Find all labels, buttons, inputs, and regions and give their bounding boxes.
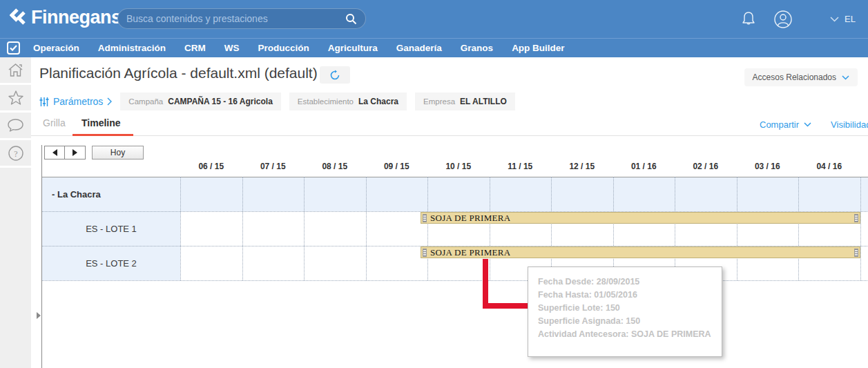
tooltip-line: Fecha Hasta: 01/05/2016 xyxy=(538,289,712,302)
compartir-link[interactable]: Compartir xyxy=(760,119,811,130)
refresh-icon xyxy=(329,70,340,81)
tab-timeline[interactable]: Timeline xyxy=(81,117,121,128)
left-sidebar: ? xyxy=(0,57,31,368)
chevron-down-icon xyxy=(842,75,849,80)
month-label: 10 / 15 xyxy=(427,162,490,171)
month-header: 06 / 15 07 / 15 08 / 15 09 / 15 10 / 15 … xyxy=(180,162,860,171)
timeline-next-button[interactable] xyxy=(65,146,86,159)
view-tabs: Grilla Timeline Compartir Visibilidad xyxy=(31,115,868,136)
month-label: 09 / 15 xyxy=(366,162,428,171)
related-access-dropdown[interactable]: Accesos Relacionados xyxy=(744,68,858,86)
menu-item-produccion[interactable]: Producción xyxy=(252,43,316,53)
sidebar-item-help[interactable]: ? xyxy=(0,140,31,168)
month-label: 06 / 15 xyxy=(180,162,242,171)
gantt-bar-lote-1[interactable]: SOJA DE PRIMERA xyxy=(421,212,860,224)
menu-checkbox-icon[interactable] xyxy=(7,41,20,55)
param-label: Campaña xyxy=(128,97,163,106)
user-account-icon[interactable] xyxy=(773,10,793,29)
search-icon[interactable] xyxy=(345,13,357,25)
param-chip-establecimiento[interactable]: Establecimiento La Chacra xyxy=(289,93,407,110)
param-value: EL ALTILLO xyxy=(460,97,507,106)
parameters-label: Parámetros xyxy=(53,96,103,107)
bar-resize-handle-right[interactable] xyxy=(854,214,858,222)
column-divider xyxy=(366,177,367,280)
timeline-prev-button[interactable] xyxy=(44,146,65,159)
chevron-down-icon xyxy=(830,17,839,22)
chevron-down-icon xyxy=(804,122,811,127)
gantt-timeline: Hoy 06 / 15 07 / 15 08 / 15 09 / 15 10 /… xyxy=(41,145,868,368)
bar-resize-handle-left[interactable] xyxy=(423,214,427,222)
menu-item-agricultura[interactable]: Agricultura xyxy=(322,43,384,53)
current-company-label: EL xyxy=(845,14,856,24)
param-label: Establecimiento xyxy=(298,97,354,106)
bar-resize-handle-left[interactable] xyxy=(423,249,427,257)
month-label: 11 / 15 xyxy=(490,162,552,171)
current-company-selector[interactable]: EL xyxy=(830,14,856,24)
menu-item-ws[interactable]: WS xyxy=(218,43,246,53)
menu-item-ganaderia[interactable]: Ganadería xyxy=(390,43,448,53)
column-divider xyxy=(180,177,181,280)
page-title: Planificación Agrícola - default.xml (de… xyxy=(39,65,318,81)
activity-label: SOJA DE PRIMERA xyxy=(428,213,510,224)
group-collapse-label[interactable]: - La Chacra xyxy=(52,189,101,200)
home-icon xyxy=(8,63,23,78)
month-label: 04 / 16 xyxy=(798,162,860,171)
tooltip-line: Superficie Asignada: 150 xyxy=(538,315,712,328)
month-label: 07 / 15 xyxy=(242,162,305,171)
column-divider xyxy=(304,177,305,280)
sidebar-item-home[interactable] xyxy=(0,57,31,85)
column-divider xyxy=(613,177,614,280)
sidebar-item-favorites[interactable] xyxy=(0,85,31,113)
menu-item-crm[interactable]: CRM xyxy=(178,43,212,53)
arrow-left-icon xyxy=(52,149,57,156)
visibilidad-link[interactable]: Visibilidad xyxy=(831,119,868,130)
month-label: 02 / 16 xyxy=(675,162,737,171)
bar-resize-handle-right[interactable] xyxy=(854,249,858,257)
logo-text: Finnegans xyxy=(31,7,122,28)
tooltip-connector-horizontal xyxy=(483,303,528,309)
column-divider xyxy=(798,177,799,280)
tooltip-line: Fecha Desde: 28/09/2015 xyxy=(538,275,712,289)
search-input[interactable] xyxy=(126,13,345,24)
column-divider xyxy=(427,177,428,280)
refresh-button[interactable] xyxy=(320,66,350,84)
row-label-lote-2: ES - LOTE 2 xyxy=(42,246,180,280)
panel-collapse-handle[interactable] xyxy=(37,312,41,319)
param-label: Empresa xyxy=(423,97,455,106)
svg-text:?: ? xyxy=(14,148,17,158)
parameters-row: Parámetros Campaña CAMPAÑA 15 - 16 Agric… xyxy=(39,93,515,110)
parameters-toggle[interactable]: Parámetros xyxy=(39,96,112,107)
main-content: Planificación Agrícola - default.xml (de… xyxy=(31,57,868,368)
month-label: 03 / 16 xyxy=(737,162,799,171)
question-mark-icon: ? xyxy=(8,145,24,162)
menu-item-operacion[interactable]: Operación xyxy=(27,43,86,53)
menu-item-granos[interactable]: Granos xyxy=(454,43,499,53)
notifications-bell-icon[interactable] xyxy=(740,10,757,28)
param-chip-empresa[interactable]: Empresa EL ALTILLO xyxy=(415,93,515,110)
column-divider xyxy=(551,177,552,280)
column-divider xyxy=(860,177,861,280)
main-menu-bar: Operación Administración CRM WS Producci… xyxy=(0,38,868,57)
tab-grilla[interactable]: Grilla xyxy=(43,117,66,128)
row-divider xyxy=(42,280,868,281)
menu-item-app-builder[interactable]: App Builder xyxy=(505,43,571,53)
activity-label: SOJA DE PRIMERA xyxy=(428,247,510,258)
today-button[interactable]: Hoy xyxy=(92,146,144,159)
month-label: 12 / 15 xyxy=(551,162,613,171)
sidebar-item-messages[interactable] xyxy=(0,113,31,140)
star-icon xyxy=(8,90,24,106)
column-divider xyxy=(675,177,675,280)
arrow-right-icon xyxy=(73,149,77,156)
param-chip-campana[interactable]: Campaña CAMPAÑA 15 - 16 Agricola xyxy=(120,93,280,110)
finnegans-logo[interactable]: Finnegans xyxy=(10,7,122,28)
related-access-label: Accesos Relacionados xyxy=(753,72,836,82)
menu-item-administracion[interactable]: Administración xyxy=(92,43,172,53)
month-label: 08 / 15 xyxy=(304,162,366,171)
top-header: Finnegans EL xyxy=(0,0,868,38)
global-search xyxy=(117,8,366,29)
param-value: La Chacra xyxy=(358,97,398,106)
column-divider xyxy=(737,177,737,280)
gantt-bar-lote-2[interactable]: SOJA DE PRIMERA xyxy=(421,246,860,258)
filters-icon xyxy=(39,97,49,107)
active-tab-underline xyxy=(73,134,133,136)
